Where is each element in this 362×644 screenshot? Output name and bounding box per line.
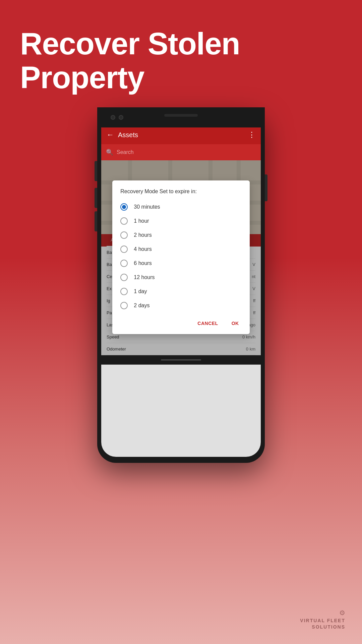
branding-icon: ⚙ — [300, 609, 345, 617]
option-12-hours[interactable]: 12 hours — [112, 270, 249, 284]
home-bar — [161, 359, 201, 361]
cancel-button[interactable]: CANCEL — [192, 318, 223, 329]
radio-30-minutes[interactable] — [120, 203, 128, 211]
speaker-bar — [164, 114, 198, 117]
option-label-6-hours: 6 hours — [134, 260, 152, 266]
radio-1-day[interactable] — [120, 288, 128, 295]
option-1-hour[interactable]: 1 hour — [112, 214, 249, 228]
option-label-30-minutes: 30 minutes — [134, 204, 160, 210]
phone-device: 2:32 ⚙ 🛡 📍 ▲ ▊ ▓ ← Assets ⋮ 🔍 Searc — [97, 107, 265, 463]
phone-shell: 2:32 ⚙ 🛡 📍 ▲ ▊ ▓ ← Assets ⋮ 🔍 Searc — [97, 107, 265, 463]
radio-2-days[interactable] — [120, 302, 128, 309]
branding: ⚙ VIRTUAL FLEET SOLUTIONS — [300, 609, 345, 631]
radio-4-hours[interactable] — [120, 246, 128, 253]
back-button[interactable]: ← — [107, 130, 114, 139]
app-bar: ← Assets ⋮ — [101, 125, 261, 144]
app-bar-title: Assets — [118, 131, 244, 139]
dialog-title: Recovery Mode Set to expire in: — [112, 189, 249, 200]
camera-area — [111, 115, 123, 120]
option-4-hours[interactable]: 4 hours — [112, 242, 249, 256]
dialog-actions: CANCEL OK — [112, 313, 249, 331]
search-icon: 🔍 — [106, 149, 113, 156]
search-bar[interactable]: 🔍 Search — [101, 144, 261, 160]
option-label-4-hours: 4 hours — [134, 246, 152, 252]
option-label-1-day: 1 day — [134, 288, 147, 294]
screen-content: A Battery Ba V Ce nt — [101, 160, 261, 355]
phone-top-bar — [97, 107, 265, 127]
search-input[interactable]: Search — [117, 149, 134, 155]
branding-line1: VIRTUAL FLEET — [300, 618, 345, 624]
option-2-hours[interactable]: 2 hours — [112, 228, 249, 242]
option-6-hours[interactable]: 6 hours — [112, 256, 249, 270]
radio-2-hours[interactable] — [120, 231, 128, 239]
option-2-days[interactable]: 2 days — [112, 299, 249, 313]
camera-dot-left — [111, 115, 115, 120]
option-label-12-hours: 12 hours — [134, 274, 155, 280]
radio-inner — [122, 205, 126, 209]
option-label-2-hours: 2 hours — [134, 232, 152, 238]
home-indicator — [101, 355, 261, 365]
option-label-2-days: 2 days — [134, 303, 149, 309]
option-30-minutes[interactable]: 30 minutes — [112, 200, 249, 214]
radio-12-hours[interactable] — [120, 274, 128, 281]
dialog-overlay: Recovery Mode Set to expire in: 30 minut… — [101, 160, 261, 355]
option-1-day[interactable]: 1 day — [112, 284, 249, 299]
option-label-1-hour: 1 hour — [134, 218, 149, 224]
camera-dot-right — [119, 115, 123, 120]
ok-button[interactable]: OK — [226, 318, 244, 329]
branding-line2: SOLUTIONS — [300, 624, 345, 631]
hero-title: Recover Stolen Property — [20, 27, 342, 95]
more-options-button[interactable]: ⋮ — [248, 130, 255, 139]
phone-screen: 2:32 ⚙ 🛡 📍 ▲ ▊ ▓ ← Assets ⋮ 🔍 Searc — [101, 113, 261, 457]
radio-1-hour[interactable] — [120, 217, 128, 225]
radio-6-hours[interactable] — [120, 260, 128, 267]
recovery-mode-dialog: Recovery Mode Set to expire in: 30 minut… — [112, 180, 249, 334]
